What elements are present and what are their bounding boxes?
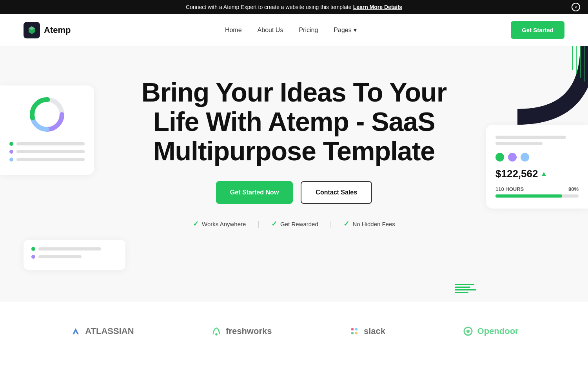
legend-item-1 xyxy=(9,142,85,146)
freshworks-logo: freshworks xyxy=(210,325,272,338)
svg-point-8 xyxy=(215,333,218,336)
stripe-line-3 xyxy=(455,289,476,290)
blw-item-1 xyxy=(31,247,118,251)
divider-2: | xyxy=(330,220,332,228)
legend-dot-green xyxy=(9,142,13,146)
legend-line-2 xyxy=(16,150,85,153)
legend-line-1 xyxy=(16,142,85,145)
legend-item-2 xyxy=(9,150,85,154)
rw-line-short xyxy=(495,142,543,145)
svg-point-14 xyxy=(466,330,470,333)
nav-pages-dropdown[interactable]: Pages ▾ xyxy=(334,26,356,34)
feature-no-hidden-fees: ✓ No Hidden Fees xyxy=(343,220,395,228)
donut-chart xyxy=(27,95,67,134)
rw-hours-row: 110 HOURS 80% xyxy=(495,186,579,192)
navbar: Atemp Home About Us Pricing Pages ▾ Get … xyxy=(0,14,588,46)
legend-line-3 xyxy=(16,158,85,161)
rw-hours-label: 110 HOURS xyxy=(495,186,524,192)
nav-pricing[interactable]: Pricing xyxy=(299,27,318,33)
feature-1-label: Works Anywhere xyxy=(202,221,246,227)
stripe-line-1 xyxy=(455,284,474,285)
left-widget xyxy=(0,85,94,175)
svg-rect-9 xyxy=(351,328,354,330)
atlassian-logo: ATLASSIAN xyxy=(69,325,134,338)
check-icon-3: ✓ xyxy=(343,220,349,228)
divider-1: | xyxy=(258,220,260,228)
legend-dot-blue xyxy=(9,158,13,162)
deco-arc xyxy=(517,46,588,125)
feature-get-rewarded: ✓ Get Rewarded xyxy=(271,220,318,228)
nav-pages-label: Pages xyxy=(334,27,351,34)
top-banner: Connect with a Atemp Expert to create a … xyxy=(0,0,588,14)
blw-line-2 xyxy=(38,255,82,258)
rw-dot-purple xyxy=(508,153,517,162)
deco-stripe xyxy=(455,284,478,293)
slack-logo: slack xyxy=(348,325,385,338)
opendoor-icon xyxy=(462,325,474,338)
slack-name: slack xyxy=(364,326,385,336)
blw-item-2 xyxy=(31,255,118,259)
rw-dots xyxy=(495,153,579,162)
right-widget: $122,562 ▲ 110 HOURS 80% xyxy=(486,125,588,209)
logo-icon xyxy=(24,22,40,38)
check-icon-1: ✓ xyxy=(193,220,199,228)
opendoor-logo: Opendoor xyxy=(462,325,519,338)
nav-cta-button[interactable]: Get Started xyxy=(511,21,564,39)
rw-amount-value: $122,562 xyxy=(495,168,538,180)
blw-dot-purple xyxy=(31,255,35,259)
nav-home[interactable]: Home xyxy=(225,27,242,33)
contact-sales-button[interactable]: Contact Sales xyxy=(301,181,372,204)
atlassian-name: ATLASSIAN xyxy=(85,326,134,336)
close-icon: × xyxy=(574,4,577,10)
opendoor-name: Opendoor xyxy=(477,326,519,336)
logo-text: Atemp xyxy=(44,25,71,35)
banner-text: Connect with a Atemp Expert to create a … xyxy=(186,4,352,10)
chevron-down-icon: ▾ xyxy=(354,26,357,34)
svg-rect-11 xyxy=(351,332,354,334)
rw-dot-blue xyxy=(521,153,529,162)
nav-links: Home About Us Pricing Pages ▾ xyxy=(225,26,357,34)
legend-item-3 xyxy=(9,158,85,162)
hero-section: Bring Your Ideas To Your Life With Atemp… xyxy=(0,46,588,301)
banner-close-button[interactable]: × xyxy=(572,3,580,11)
feature-3-label: No Hidden Fees xyxy=(352,221,395,227)
rw-lines xyxy=(495,136,579,145)
rw-dot-green xyxy=(495,153,504,162)
blw-dot-green xyxy=(31,247,35,251)
check-icon-2: ✓ xyxy=(271,220,277,228)
rw-progress-pct: 80% xyxy=(568,186,579,192)
blw-line-1 xyxy=(38,247,101,250)
feature-2-label: Get Rewarded xyxy=(280,221,318,227)
banner-link[interactable]: Learn More Details xyxy=(353,4,402,10)
hero-buttons: Get Started Now Contact Sales xyxy=(118,181,470,204)
feature-works-anywhere: ✓ Works Anywhere xyxy=(193,220,246,228)
logos-section: ATLASSIAN freshworks slack xyxy=(0,301,588,361)
freshworks-icon xyxy=(210,325,223,338)
freshworks-name: freshworks xyxy=(226,326,272,336)
svg-rect-12 xyxy=(355,332,358,334)
rw-line-long xyxy=(495,136,566,139)
legend-dot-purple xyxy=(9,150,13,154)
stripe-line-2 xyxy=(455,287,470,288)
stripe-line-4 xyxy=(455,292,468,293)
hero-features: ✓ Works Anywhere | ✓ Get Rewarded | ✓ No… xyxy=(118,220,470,228)
nav-about[interactable]: About Us xyxy=(258,27,283,33)
rw-amount: $122,562 ▲ xyxy=(495,168,579,180)
svg-rect-10 xyxy=(355,328,358,330)
atlassian-icon xyxy=(69,325,82,338)
progress-bar-fill xyxy=(495,194,562,198)
slack-icon xyxy=(348,325,361,338)
up-arrow-icon: ▲ xyxy=(540,170,547,178)
logo[interactable]: Atemp xyxy=(24,22,71,38)
get-started-button[interactable]: Get Started Now xyxy=(216,181,293,204)
bottom-left-widget xyxy=(24,240,125,270)
hero-title: Bring Your Ideas To Your Life With Atemp… xyxy=(118,78,470,165)
progress-bar-background xyxy=(495,194,579,198)
